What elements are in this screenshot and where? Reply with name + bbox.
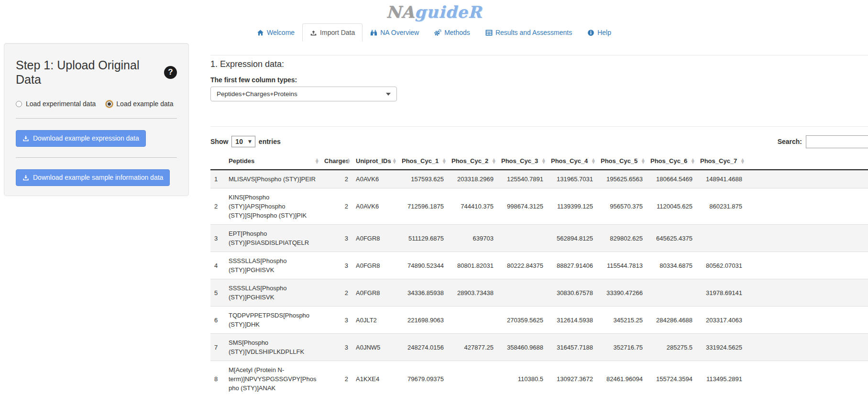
peptide-cell: SMS[Phospho (STY)]VDLSHIPLKDPLLFK xyxy=(225,334,320,361)
page-length-control: Show 10 ▼ entries xyxy=(210,136,281,147)
table-row[interactable]: 6TQDPVPPETPSDS[Phospho (STY)]DHK3A0JLT22… xyxy=(210,307,868,334)
table-row[interactable]: 7SMS[Phospho (STY)]VDLSHIPLKDPLLFK3A0JNW… xyxy=(210,334,868,361)
logo-part-guider: guideR xyxy=(415,2,482,22)
radio-label: Load example data xyxy=(116,100,173,108)
column-header-peptides[interactable]: Peptides ▲▼ xyxy=(225,153,320,170)
value-cell: 131965.7031 xyxy=(547,170,597,188)
spacer-cell xyxy=(746,307,868,334)
tab-help[interactable]: Help xyxy=(580,23,619,42)
table-row[interactable]: 2KINS[Phospho (STY)]APS[Phospho (STY)]S[… xyxy=(210,188,868,225)
radio-button-icon xyxy=(106,101,112,107)
datatable-controls: Show 10 ▼ entries Search: xyxy=(210,134,868,149)
binoculars-icon xyxy=(370,29,377,36)
column-label: Phos_Cyc_5 xyxy=(601,157,637,165)
value-cell: 28903.73438 xyxy=(448,279,497,307)
app-logo: NAguideR xyxy=(386,2,482,22)
value-cell: 80222.84375 xyxy=(497,252,547,279)
tab-welcome[interactable]: Welcome xyxy=(249,23,302,42)
radio-load-experimental-data[interactable]: Load experimental data xyxy=(16,100,96,108)
column-label: Peptides xyxy=(229,157,254,165)
row-index: 5 xyxy=(210,279,225,307)
import-data-panel: 1. Expression data: The first few column… xyxy=(189,43,868,395)
sort-icon: ▲▼ xyxy=(316,158,319,164)
table-row[interactable]: 3EPT[Phospho (STY)]PSIASDISLPIATQELR3A0F… xyxy=(210,225,868,252)
column-header-phos-cyc-4[interactable]: Phos_Cyc_4 ▲▼ xyxy=(547,153,597,170)
column-header-phos-cyc-7[interactable]: Phos_Cyc_7 ▲▼ xyxy=(696,153,746,170)
page-size-select[interactable]: 10 ▼ xyxy=(231,136,255,147)
sort-icon: ▲▼ xyxy=(493,158,495,164)
tab-label: Import Data xyxy=(320,29,355,36)
tab-na-overview[interactable]: NA Overview xyxy=(363,23,427,42)
column-header-phos-cyc-5[interactable]: Phos_Cyc_5 ▲▼ xyxy=(597,153,647,170)
value-cell: 248274.0156 xyxy=(398,334,448,361)
uniprot-cell: A0JNW5 xyxy=(352,334,398,361)
download-sample-info-button[interactable]: Download example sample information data xyxy=(16,169,170,186)
value-cell: 221698.9063 xyxy=(398,307,448,334)
search-input[interactable] xyxy=(806,135,868,148)
column-header-phos-cyc-6[interactable]: Phos_Cyc_6 ▲▼ xyxy=(647,153,696,170)
value-cell: 345215.25 xyxy=(597,307,647,334)
question-circle-icon[interactable]: ? xyxy=(164,66,177,79)
column-label: Phos_Cyc_7 xyxy=(700,157,737,165)
tab-label: Help xyxy=(597,29,611,36)
value-cell: 270359.5625 xyxy=(497,307,547,334)
column-header-phos-cyc-1[interactable]: Phos_Cyc_1 ▲▼ xyxy=(398,153,448,170)
peptide-cell: EPT[Phospho (STY)]PSIASDISLPIATQELR xyxy=(225,225,320,252)
column-types-select[interactable]: Peptides+Charges+Proteins xyxy=(210,87,397,101)
table-row[interactable]: 5SSSSLLAS[Phospho (STY)]PGHISVK2A0FGR834… xyxy=(210,279,868,307)
sort-icon: ▲▼ xyxy=(592,158,595,164)
upload-icon xyxy=(310,29,317,36)
tab-methods[interactable]: Methods xyxy=(427,23,478,42)
column-label: Charges xyxy=(324,157,349,165)
table-row[interactable]: 8M[Acetyl (Protein N-term)]NPVYSPGSSGVPY… xyxy=(210,361,868,395)
entries-label: entries xyxy=(259,138,281,145)
column-header-charges[interactable]: Charges ▲▼ xyxy=(320,153,352,170)
peptide-cell: SSSSLLAS[Phospho (STY)]PGHISVK xyxy=(225,279,320,307)
tab-import-data[interactable]: Import Data xyxy=(302,23,363,42)
radio-label: Load experimental data xyxy=(26,100,96,108)
row-index: 2 xyxy=(210,188,225,225)
uniprot-cell: A0AVK6 xyxy=(352,170,398,188)
value-cell: 74890.52344 xyxy=(398,252,448,279)
table-icon xyxy=(485,29,493,36)
column-header-rownum xyxy=(210,153,225,170)
row-index: 3 xyxy=(210,225,225,252)
table-row[interactable]: 1MLISAVS[Phospho (STY)]PEIR2A0AVK6157593… xyxy=(210,170,868,188)
table-row[interactable]: 4SSSSLLAS[Phospho (STY)]PGHISVK3A0FGR874… xyxy=(210,252,868,279)
tab-label: Results and Assessments xyxy=(495,29,572,36)
charge-cell: 2 xyxy=(320,188,352,225)
charge-cell: 2 xyxy=(320,279,352,307)
spacer-cell xyxy=(746,170,868,188)
column-header-uniprot-ids[interactable]: Uniprot_IDs ▲▼ xyxy=(352,153,398,170)
tab-results-assessments[interactable]: Results and Assessments xyxy=(478,23,580,42)
value-cell xyxy=(448,307,497,334)
download-icon xyxy=(22,175,29,181)
peptide-cell: M[Acetyl (Protein N-term)]NPVYSPGSSGVPY[… xyxy=(225,361,320,395)
value-cell: 115544.7813 xyxy=(597,252,647,279)
info-icon xyxy=(587,29,594,36)
column-types-label: The first few column types: xyxy=(210,76,868,84)
spacer-cell xyxy=(746,279,868,307)
charge-cell: 3 xyxy=(320,334,352,361)
spacer-cell xyxy=(746,225,868,252)
download-expression-data-button[interactable]: Download example expression data xyxy=(16,130,146,147)
column-label: Phos_Cyc_1 xyxy=(402,157,439,165)
value-cell: 203318.2969 xyxy=(448,170,497,188)
panel-title: Step 1: Upload Original Data xyxy=(16,58,160,87)
value-cell: 1139399.125 xyxy=(547,188,597,225)
value-cell: 148941.4688 xyxy=(696,170,746,188)
peptide-cell: KINS[Phospho (STY)]APS[Phospho (STY)]S[P… xyxy=(225,188,320,225)
upload-panel: Step 1: Upload Original Data ? Load expe… xyxy=(4,43,189,196)
value-cell: 110380.5 xyxy=(497,361,547,395)
column-header-phos-cyc-3[interactable]: Phos_Cyc_3 ▲▼ xyxy=(497,153,547,170)
caret-down-icon: ▼ xyxy=(248,139,252,144)
page-size-value: 10 xyxy=(235,138,243,145)
uniprot-cell: A0FGR8 xyxy=(352,279,398,307)
value-cell: 31978.69141 xyxy=(696,279,746,307)
column-header-phos-cyc-2[interactable]: Phos_Cyc_2 ▲▼ xyxy=(448,153,497,170)
value-cell: 860231.875 xyxy=(696,188,746,225)
radio-load-example-data[interactable]: Load example data xyxy=(106,100,173,108)
value-cell xyxy=(497,279,547,307)
value-cell: 203317.4063 xyxy=(696,307,746,334)
value-cell xyxy=(497,225,547,252)
